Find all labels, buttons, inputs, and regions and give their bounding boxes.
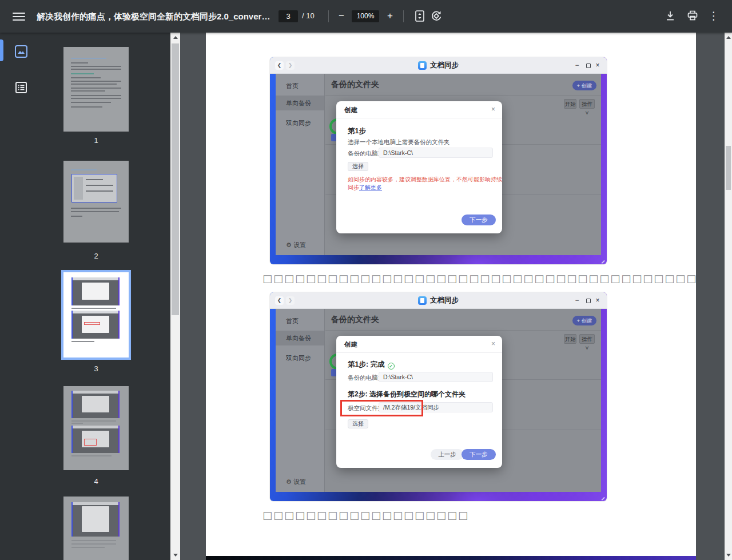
scroll-up-icon[interactable] xyxy=(173,36,178,39)
gear-icon: ⚙ xyxy=(286,241,292,248)
choose-button: 选择 xyxy=(348,162,368,171)
thumbnail-page-5[interactable] xyxy=(63,497,129,560)
app-window-title: 文档同步 xyxy=(270,57,607,74)
maximize-icon xyxy=(586,63,591,68)
content-heading: 备份的文件夹 xyxy=(331,315,379,325)
dialog-title: 创建 xyxy=(344,340,357,349)
app-sidebar: 首页 单向备份 双向同步 ⚙ 设置 xyxy=(276,74,325,255)
scroll-up-icon[interactable] xyxy=(726,36,731,39)
thumbnail-image xyxy=(63,497,129,560)
start-button: 开始 xyxy=(564,334,576,344)
outline-view-icon[interactable] xyxy=(14,80,29,95)
nav-item-two-way-sync: 双向同步 xyxy=(276,354,324,363)
thumbnail-image xyxy=(63,161,129,243)
scroll-down-icon[interactable] xyxy=(726,554,731,557)
red-annotation-box xyxy=(340,400,423,416)
pdf-page: ❮ ❯ 文档同步 − × 首页 单向备份 双向同步 ⚙ 设置 xyxy=(206,33,696,560)
start-button: 开始 xyxy=(564,99,576,109)
previous-step-button: 上一步 xyxy=(431,449,464,460)
dialog-close-icon: × xyxy=(491,340,495,348)
doc-sync-app-icon xyxy=(418,61,427,70)
thumbnail-page-3[interactable] xyxy=(63,272,129,358)
rotate-icon[interactable] xyxy=(429,9,443,23)
caret-down-icon: ∨ xyxy=(585,109,590,116)
menu-icon[interactable] xyxy=(13,10,25,22)
backup-folder-input: D:\Stark-C\ xyxy=(379,148,493,158)
app-window-title: 文档同步 xyxy=(270,292,607,309)
thumbnail-page-1[interactable] xyxy=(63,47,129,132)
warning-text: 如同步的内容较多，建议调整数据库位置，不然可能影响持续同步了解更多 xyxy=(348,176,502,192)
print-icon[interactable] xyxy=(686,9,699,23)
create-button: + 创建 xyxy=(572,316,596,325)
content-heading: 备份的文件夹 xyxy=(331,80,379,90)
thumbnail-label: 1 xyxy=(63,136,129,145)
thumbnail-panel: 1 2 xyxy=(41,33,170,560)
create-button: + 创建 xyxy=(572,81,596,90)
app-screenshot-2: ❮ ❯ 文档同步 − × 首页 单向备份 双向同步 ⚙ 设置 xyxy=(270,292,607,501)
settings-item: ⚙ 设置 xyxy=(286,478,306,486)
zoom-level[interactable]: 100% xyxy=(352,10,379,22)
step1-description: 选择一个本地电脑上需要备份的文件夹 xyxy=(348,138,450,146)
zoom-out-button[interactable]: − xyxy=(334,9,349,23)
caption-text-2: □□□□□□□□□□□□□□□□□□□ xyxy=(262,509,469,521)
zoom-in-button[interactable]: + xyxy=(383,9,397,23)
caret-down-icon: ∨ xyxy=(585,344,590,351)
settings-item: ⚙ 设置 xyxy=(286,241,306,249)
nav-item-home: 首页 xyxy=(276,82,324,90)
dialog-title: 创建 xyxy=(344,106,357,114)
document-area: ❮ ❯ 文档同步 − × 首页 单向备份 双向同步 ⚙ 设置 xyxy=(180,33,732,560)
viewer-left-rail xyxy=(0,33,41,560)
scroll-down-icon[interactable] xyxy=(173,554,178,557)
next-step-button: 下一步 xyxy=(462,449,496,460)
nav-item-two-way-sync: 双向同步 xyxy=(276,119,324,128)
doc-sync-app-icon xyxy=(418,296,427,305)
resize-handle xyxy=(601,260,604,263)
nav-item-home: 首页 xyxy=(276,317,324,325)
caption-text-1: □□□□□□□□□□□□□□□□□□□□□□□□□□□□□□□□□□□□□□□□ xyxy=(262,272,697,284)
sidebar-focus-indicator xyxy=(0,39,3,61)
toolbar-divider xyxy=(403,10,404,22)
resize-handle xyxy=(601,497,604,500)
create-dialog-1: 创建 × 第1步 选择一个本地电脑上需要备份的文件夹 备份的电脑文件夹 D:\S… xyxy=(336,101,502,233)
minimize-icon: − xyxy=(572,292,582,309)
next-step-button: 下一步 xyxy=(462,215,496,225)
thumbnail-label: 4 xyxy=(63,477,129,486)
close-icon: × xyxy=(593,57,602,74)
document-title: 解决我创作的痛点，体验极空间全新的文档同步2.0_converte... xyxy=(37,11,271,22)
choose-button: 选择 xyxy=(348,419,368,428)
create-dialog-2: 创建 × 第1步: 完成✓ 备份的电脑文件夹 D:\Stark-C\ 第2步: … xyxy=(336,336,502,468)
thumbnail-page-2[interactable] xyxy=(63,161,129,243)
next-image-edge xyxy=(206,556,696,560)
thumbnail-image xyxy=(63,272,129,358)
nav-item-one-way-backup: 单向备份 xyxy=(276,96,324,110)
thumbnail-label: 3 xyxy=(63,364,129,373)
toolbar-divider xyxy=(328,10,329,22)
learn-more-link: 了解更多 xyxy=(359,184,382,190)
thumbnail-image xyxy=(63,47,129,132)
pdf-toolbar: 解决我创作的痛点，体验极空间全新的文档同步2.0_converte... 3 /… xyxy=(0,0,732,33)
thumbnail-page-4[interactable] xyxy=(63,386,129,470)
step2-heading: 第2步: 选择备份到极空间的哪个文件夹 xyxy=(348,390,466,399)
step1-heading: 第1步 xyxy=(348,126,366,136)
dialog-close-icon: × xyxy=(491,105,495,113)
download-icon[interactable] xyxy=(663,9,677,23)
nav-item-one-way-backup: 单向备份 xyxy=(276,331,324,345)
document-scrollbar[interactable] xyxy=(725,33,732,560)
app-titlebar: ❮ ❯ 文档同步 − × xyxy=(270,57,607,74)
action-button: 操作∨ xyxy=(579,99,595,109)
more-options-icon[interactable]: ⋮ xyxy=(708,9,719,23)
scrollbar-thumb[interactable] xyxy=(726,146,731,190)
fit-page-icon[interactable] xyxy=(413,9,427,23)
thumbnail-label: 2 xyxy=(63,252,129,260)
thumbnail-image xyxy=(63,386,129,470)
thumbnails-view-icon[interactable] xyxy=(14,44,29,59)
check-circle-icon: ✓ xyxy=(388,363,395,370)
app-titlebar: ❮ ❯ 文档同步 − × xyxy=(270,292,607,309)
maximize-icon xyxy=(586,299,591,303)
thumbnail-scrollbar[interactable] xyxy=(170,33,180,560)
scrollbar-thumb[interactable] xyxy=(172,43,179,315)
backup-folder-input: D:\Stark-C\ xyxy=(379,372,493,382)
page-number-input[interactable]: 3 xyxy=(279,10,298,22)
gear-icon: ⚙ xyxy=(286,478,292,485)
minimize-icon: − xyxy=(572,57,582,74)
